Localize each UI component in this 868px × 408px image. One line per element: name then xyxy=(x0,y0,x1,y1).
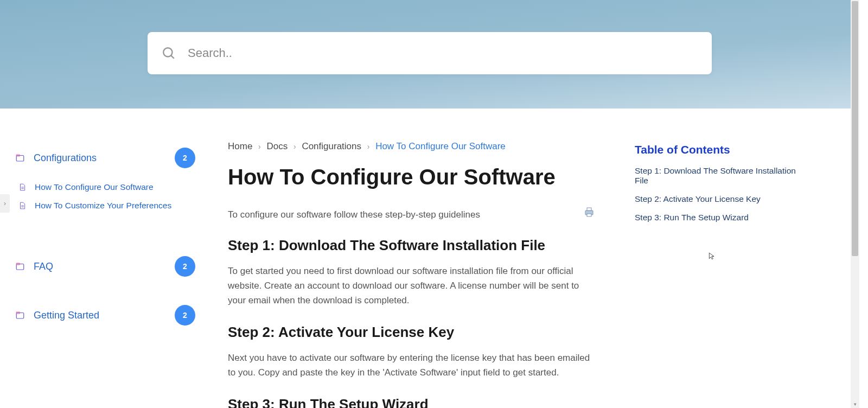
step-1-heading: Step 1: Download The Software Installati… xyxy=(228,237,597,254)
sidebar-category-label: Configurations xyxy=(34,152,175,164)
toc-link-step-3[interactable]: Step 3: Run The Setup Wizard xyxy=(635,213,803,222)
print-icon[interactable] xyxy=(582,206,597,219)
document-icon xyxy=(18,183,26,192)
article-intro: To configure our software follow these s… xyxy=(228,208,582,222)
svg-rect-13 xyxy=(587,208,591,211)
article-main: Home › Docs › Configurations › How To Co… xyxy=(206,141,618,408)
document-icon xyxy=(18,201,26,210)
search-bar[interactable] xyxy=(148,32,712,74)
count-badge: 2 xyxy=(175,148,195,168)
sidebar-category-label: FAQ xyxy=(34,261,175,272)
svg-line-1 xyxy=(171,55,174,58)
sidebar-collapse-handle[interactable]: › xyxy=(0,194,10,213)
hero-banner xyxy=(0,0,859,109)
folder-icon xyxy=(15,153,25,163)
step-2-heading: Step 2: Activate Your License Key xyxy=(228,324,597,341)
breadcrumb-docs[interactable]: Docs xyxy=(267,141,288,151)
search-icon xyxy=(162,46,176,60)
chevron-right-icon: › xyxy=(367,142,370,151)
scrollbar-thumb[interactable] xyxy=(852,1,858,256)
sidebar-category-configurations[interactable]: Configurations 2 xyxy=(13,141,201,175)
sidebar-doc-configure-software[interactable]: How To Configure Our Software xyxy=(13,178,201,196)
sidebar-category-getting-started[interactable]: Getting Started 2 xyxy=(13,298,201,332)
breadcrumb-current: How To Configure Our Software xyxy=(375,141,506,151)
search-input[interactable] xyxy=(188,46,698,60)
chevron-right-icon: › xyxy=(293,142,296,151)
page-title: How To Configure Our Software xyxy=(228,165,597,189)
toc-link-step-2[interactable]: Step 2: Activate Your License Key xyxy=(635,194,803,204)
step-3-heading: Step 3: Run The Setup Wizard xyxy=(228,396,597,408)
breadcrumb-home[interactable]: Home xyxy=(228,141,252,151)
svg-point-0 xyxy=(163,48,172,56)
breadcrumb-configurations[interactable]: Configurations xyxy=(302,141,361,151)
svg-rect-14 xyxy=(587,214,591,216)
sidebar-category-faq[interactable]: FAQ 2 xyxy=(13,250,201,283)
step-1-body: To get started you need to first downloa… xyxy=(228,264,597,308)
toc-link-step-1[interactable]: Step 1: Download The Software Installati… xyxy=(635,166,803,186)
toc-title: Table of Contents xyxy=(635,143,803,156)
sidebar-doc-label: How To Customize Your Preferences xyxy=(35,201,171,211)
breadcrumb: Home › Docs › Configurations › How To Co… xyxy=(228,141,597,152)
chevron-right-icon: › xyxy=(4,200,6,207)
table-of-contents: Table of Contents Step 1: Download The S… xyxy=(618,141,814,408)
scroll-down-arrow-icon[interactable]: ▾ xyxy=(852,401,858,407)
folder-icon xyxy=(15,262,25,271)
count-badge: 2 xyxy=(175,305,195,326)
chevron-right-icon: › xyxy=(258,142,261,151)
vertical-scrollbar[interactable]: ▴ ▾ xyxy=(851,0,859,408)
sidebar-doc-label: How To Configure Our Software xyxy=(35,182,154,192)
sidebar: Configurations 2 How To Configure Our So… xyxy=(0,141,206,408)
sidebar-doc-customize-preferences[interactable]: How To Customize Your Preferences xyxy=(13,196,201,215)
step-2-body: Next you have to activate our software b… xyxy=(228,350,597,380)
sidebar-category-label: Getting Started xyxy=(34,310,175,321)
count-badge: 2 xyxy=(175,256,195,277)
folder-icon xyxy=(15,310,25,320)
